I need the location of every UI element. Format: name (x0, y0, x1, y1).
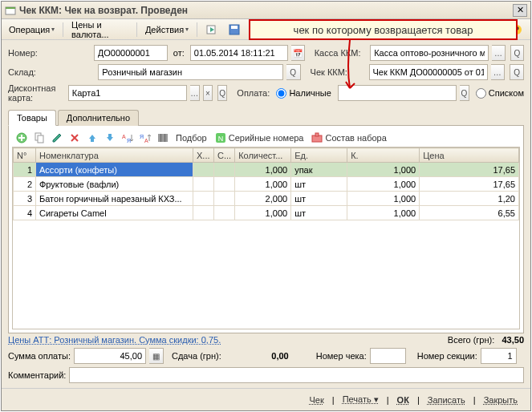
sumopl-input[interactable] (74, 348, 146, 364)
chek-button[interactable]: Чек (305, 395, 329, 405)
copy-row-icon[interactable] (31, 131, 47, 145)
bottom-bar: Чек| Печать ▾| ОК| Записать| Закрыть (2, 388, 530, 410)
comment-input[interactable] (69, 367, 524, 383)
disc-x-button[interactable]: × (203, 85, 213, 101)
moveup-icon[interactable] (84, 131, 100, 145)
app-icon (5, 5, 16, 16)
sumopl-calc-button[interactable]: ▦ (149, 348, 164, 364)
oplata-nalichie-radio[interactable]: Наличные (276, 88, 331, 99)
svg-text:Я: Я (140, 134, 144, 139)
number-label: Номер: (8, 48, 91, 58)
sdacha-label: Сдача (грн): (172, 351, 221, 361)
sumopl-label: Сумма оплаты: (8, 351, 71, 361)
window-title: Чек ККМ: Чек на возврат. Проведен (19, 5, 513, 16)
actions-menu[interactable]: Действия▾ (141, 22, 193, 37)
col-s[interactable]: С... (214, 148, 235, 163)
svg-text:А: А (144, 138, 148, 143)
tabs: Товары Дополнительно (8, 109, 524, 126)
vsego-label: Всего (грн): (448, 335, 495, 345)
oplata-label: Оплата: (237, 88, 273, 98)
chekkkm-dots-button[interactable]: … (491, 64, 506, 80)
grid[interactable]: N° Номенклатура Х... С... Количест... Ед… (12, 147, 520, 329)
callout-note: чек по которому возвращается товар (249, 19, 518, 40)
kassa-dots-button[interactable]: … (492, 45, 506, 61)
col-qty[interactable]: Количест... (235, 148, 291, 163)
svg-rect-22 (108, 134, 112, 137)
kassa-input[interactable] (370, 45, 489, 61)
nomsek-label: Номер секции: (417, 351, 477, 361)
close-button[interactable]: ✕ (513, 4, 527, 17)
svg-text:А: А (122, 134, 126, 139)
sostav-link[interactable]: Состав набора (308, 132, 389, 143)
col-n[interactable]: N° (14, 148, 36, 163)
tab-body: АЯ ЯА Подбор NСерийные номера Состав наб… (8, 126, 524, 333)
table-row[interactable]: 2Фруктовые (вафли)1,000шт1,00017,65 (14, 177, 519, 192)
tb-run-icon[interactable] (201, 21, 222, 38)
disc-dots-button[interactable]: … (190, 85, 200, 101)
table-row[interactable]: 4Сигареты Camel1,000шт1,0006,55 (14, 206, 519, 220)
prices-link[interactable]: Цены АТТ: Розничный магазин. Сумма скидк… (8, 335, 221, 345)
oplata-spisok-radio[interactable]: Списком (476, 88, 524, 99)
add-row-icon[interactable] (14, 131, 30, 145)
disc-label: Дисконтная карта: (8, 83, 65, 103)
operation-menu[interactable]: Операция▾ (5, 22, 59, 37)
sklad-input[interactable] (98, 64, 283, 80)
window: Чек ККМ: Чек на возврат. Проведен ✕ Опер… (1, 1, 531, 411)
col-h[interactable]: Х... (193, 148, 214, 163)
sortdesc-icon[interactable]: ЯА (137, 131, 153, 145)
disc-q-button[interactable]: Q (217, 85, 227, 101)
col-price[interactable]: Цена (420, 148, 519, 163)
number-input[interactable] (94, 45, 168, 61)
barcode-icon[interactable] (155, 131, 171, 145)
sklad-q-button[interactable]: Q (286, 64, 301, 80)
col-ed[interactable]: Ед. (291, 148, 347, 163)
disc-input[interactable] (68, 85, 187, 101)
grid-toolbar: АЯ ЯА Подбор NСерийные номера Состав наб… (12, 129, 520, 147)
titlebar: Чек ККМ: Чек на возврат. Проведен ✕ (2, 2, 530, 19)
svg-rect-20 (38, 135, 43, 143)
svg-rect-30 (315, 133, 319, 136)
svg-rect-4 (231, 26, 238, 29)
ot-label: от: (173, 48, 185, 58)
serial-link[interactable]: NСерийные номера (212, 132, 307, 143)
podbor-link[interactable]: Подбор (173, 133, 210, 143)
sortasc-icon[interactable]: АЯ (120, 131, 136, 145)
col-nom[interactable]: Номенклатура (36, 148, 193, 163)
oplata-q-button[interactable]: Q (460, 85, 469, 101)
ok-button[interactable]: ОК (392, 395, 414, 405)
svg-text:Я: Я (127, 138, 131, 143)
table-row[interactable]: 1Ассорти (конфеты)1,000упак1,00017,65 (14, 163, 519, 177)
table-row[interactable]: 3Батон горчичный нарезаный КХЗ...2,000шт… (14, 192, 519, 206)
col-k[interactable]: К. (347, 148, 420, 163)
tab-dopolnitelno[interactable]: Дополнительно (58, 110, 139, 126)
svg-rect-1 (6, 7, 15, 9)
nomchek-input[interactable] (370, 348, 406, 364)
nomsek-input[interactable] (481, 348, 517, 364)
nomchek-label: Номер чека: (316, 351, 367, 361)
svg-rect-21 (91, 139, 94, 142)
movedown-icon[interactable] (102, 131, 118, 145)
comment-label: Комментарий: (8, 370, 66, 380)
edit-row-icon[interactable] (49, 131, 65, 145)
prices-menu[interactable]: Цены и валюта... (67, 18, 132, 42)
delete-row-icon[interactable] (67, 131, 83, 145)
date-picker-button[interactable]: 📅 (291, 45, 305, 61)
tab-tovary[interactable]: Товары (8, 110, 56, 126)
tb-save-icon[interactable] (224, 21, 245, 38)
pechat-button[interactable]: Печать ▾ (338, 394, 384, 405)
svg-text:N: N (218, 135, 224, 143)
kassa-q-button[interactable]: Q (510, 45, 524, 61)
sklad-label: Склад: (8, 67, 95, 77)
zakryt-button[interactable]: Закрыть (479, 395, 522, 405)
date-input[interactable] (190, 45, 288, 61)
callout-arrow (345, 40, 361, 96)
vsego-value: 43,50 (502, 335, 524, 345)
sdacha-value: 0,00 (225, 351, 289, 361)
chekkkm-q-button[interactable]: Q (510, 64, 524, 80)
zapisat-button[interactable]: Записать (423, 395, 470, 405)
chekkkm-input[interactable] (369, 64, 488, 80)
